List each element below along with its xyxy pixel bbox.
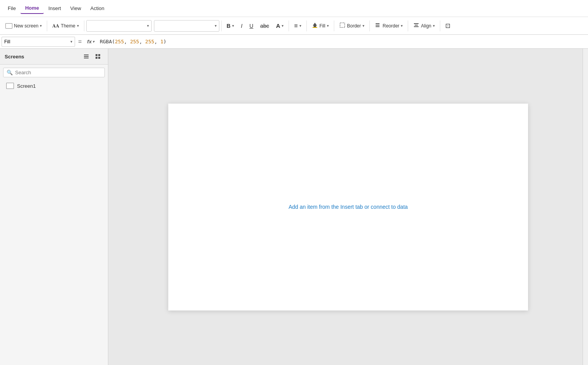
formula-rgba-prefix: RGBA( xyxy=(100,39,115,44)
svg-rect-7 xyxy=(414,26,419,27)
border-button[interactable]: Border ▾ xyxy=(336,20,368,31)
new-screen-chevron-icon: ▾ xyxy=(40,24,42,28)
search-icon: 🔍 xyxy=(7,70,13,75)
new-screen-icon xyxy=(5,23,12,29)
underline-icon: U xyxy=(250,23,253,29)
border-label: Border xyxy=(347,23,361,29)
theme-button[interactable]: 𝐀𝐀 Theme ▾ xyxy=(49,21,82,31)
menu-file[interactable]: File xyxy=(3,3,21,14)
formula-content: RGBA( 255 , 255 , 255 , 1 ) xyxy=(97,39,586,44)
bold-button[interactable]: B ▾ xyxy=(224,21,237,31)
search-box: 🔍 xyxy=(3,68,105,77)
svg-rect-1 xyxy=(340,23,345,27)
separator-2 xyxy=(84,20,84,31)
theme-label: Theme xyxy=(61,23,75,29)
grid-view-button[interactable] xyxy=(92,52,103,61)
bold-chevron-icon: ▾ xyxy=(232,24,234,28)
strikethrough-icon: abc xyxy=(260,23,269,29)
svg-rect-5 xyxy=(414,23,419,24)
menu-bar: File Home Insert View Action xyxy=(0,0,588,17)
separator-5 xyxy=(306,20,307,31)
theme-icon: 𝐀𝐀 xyxy=(52,23,59,29)
name-box-value: Fill xyxy=(4,39,70,44)
name-box[interactable]: Fill ▾ xyxy=(2,37,75,47)
lock-icon: ⊡ xyxy=(445,22,450,29)
alignment-icon: ≡ xyxy=(294,22,297,29)
separator-7 xyxy=(369,20,370,31)
menu-view[interactable]: View xyxy=(66,3,86,14)
menu-action[interactable]: Action xyxy=(86,3,109,14)
canvas-hint: Add an item from the Insert tab or conne… xyxy=(289,204,408,210)
list-view-button[interactable] xyxy=(81,52,92,61)
separator-8 xyxy=(408,20,408,31)
formula-rgba-alpha: 1 xyxy=(157,39,164,44)
reorder-icon xyxy=(375,22,381,29)
separator-4 xyxy=(289,20,289,31)
svg-rect-4 xyxy=(376,26,379,27)
size-input[interactable] xyxy=(157,23,215,29)
separator-9 xyxy=(440,20,440,31)
text-size-chevron-icon: ▾ xyxy=(282,24,284,28)
svg-rect-10 xyxy=(84,58,89,58)
formula-rgba-comma3: , xyxy=(154,39,157,44)
svg-rect-8 xyxy=(84,55,89,55)
menu-home[interactable]: Home xyxy=(21,3,44,14)
name-box-chevron-icon: ▾ xyxy=(70,39,72,44)
connect-to-data-link[interactable]: connect to data xyxy=(371,204,408,210)
alignment-button[interactable]: ≡ ▾ xyxy=(291,21,304,31)
sidebar-view-buttons xyxy=(81,52,103,61)
size-chevron-icon: ▾ xyxy=(215,24,217,28)
svg-rect-6 xyxy=(415,25,418,26)
formula-bar: Fill ▾ = fx ▾ RGBA( 255 , 255 , 255 , 1 … xyxy=(0,35,588,49)
formula-rgba-comma2: , xyxy=(139,39,142,44)
screen-item[interactable]: Screen1 xyxy=(2,80,106,91)
search-input[interactable] xyxy=(15,70,101,75)
align-icon xyxy=(413,22,419,29)
menu-insert[interactable]: Insert xyxy=(44,3,66,14)
font-chevron-icon: ▾ xyxy=(147,24,149,28)
lock-button[interactable]: ⊡ xyxy=(442,20,453,31)
sidebar: Screens xyxy=(0,49,108,365)
text-size-icon: A xyxy=(276,22,280,29)
formula-rgba-r: 255 xyxy=(115,39,124,44)
fx-button[interactable]: fx ▾ xyxy=(85,39,97,44)
svg-rect-9 xyxy=(84,56,89,57)
sidebar-header: Screens xyxy=(0,49,108,65)
italic-button[interactable]: I xyxy=(238,21,246,31)
separator-3 xyxy=(221,20,222,31)
svg-rect-12 xyxy=(98,54,100,56)
text-size-button[interactable]: A ▾ xyxy=(273,21,287,31)
reorder-chevron-icon: ▾ xyxy=(401,24,403,28)
separator-6 xyxy=(334,20,334,31)
canvas-scrollbar[interactable] xyxy=(583,49,588,365)
fx-label: fx xyxy=(87,39,92,44)
svg-rect-3 xyxy=(376,25,379,26)
svg-rect-13 xyxy=(96,57,97,59)
align-button[interactable]: Align ▾ xyxy=(410,20,438,31)
font-input[interactable] xyxy=(89,23,147,29)
new-screen-label: New screen xyxy=(14,23,38,29)
main-layout: Screens xyxy=(0,49,588,365)
reorder-button[interactable]: Reorder ▾ xyxy=(372,20,406,31)
fill-button[interactable]: Fill ▾ xyxy=(309,20,332,31)
canvas-page[interactable]: Add an item from the Insert tab or conne… xyxy=(168,104,528,310)
italic-icon: I xyxy=(241,23,243,29)
theme-chevron-icon: ▾ xyxy=(77,24,79,28)
canvas-area: Add an item from the Insert tab or conne… xyxy=(108,49,588,365)
font-dropdown[interactable]: ▾ xyxy=(86,20,152,32)
toolbar: New screen ▾ 𝐀𝐀 Theme ▾ ▾ ▾ B ▾ I U abc … xyxy=(0,17,588,35)
svg-rect-11 xyxy=(96,54,97,56)
strikethrough-button[interactable]: abc xyxy=(257,21,272,31)
svg-rect-2 xyxy=(376,23,379,24)
insert-tab-link[interactable]: Insert tab xyxy=(340,204,363,210)
underline-button[interactable]: U xyxy=(246,21,256,31)
new-screen-button[interactable]: New screen ▾ xyxy=(2,22,45,30)
size-dropdown[interactable]: ▾ xyxy=(154,20,219,32)
align-chevron-icon: ▾ xyxy=(433,24,435,28)
formula-rgba-comma1: , xyxy=(124,39,127,44)
formula-rgba-g: 255 xyxy=(127,39,139,44)
formula-rgba-suffix: ) xyxy=(163,39,166,44)
fill-label: Fill xyxy=(320,23,325,29)
screen-label: Screen1 xyxy=(17,83,36,89)
screens-title: Screens xyxy=(5,54,24,60)
